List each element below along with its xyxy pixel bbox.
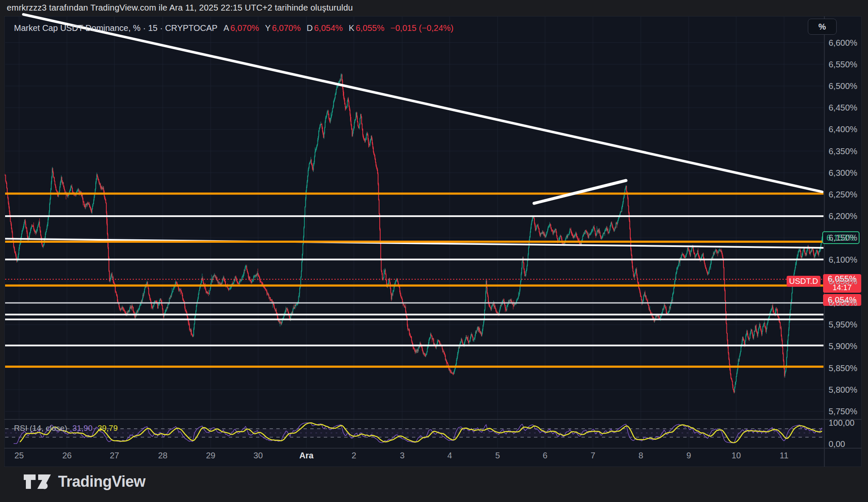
symbol-price-badge: USDT.D bbox=[787, 276, 821, 287]
price-axis-label: 5,950% bbox=[829, 319, 857, 330]
price-axis-label: 6,350% bbox=[829, 146, 857, 156]
rsi-value: 31,90 bbox=[72, 424, 93, 433]
price-axis-label: 6,450% bbox=[829, 103, 857, 113]
time-axis-label: 9 bbox=[686, 450, 691, 460]
time-axis-label: 5 bbox=[495, 450, 500, 460]
time-axis-label: 2 bbox=[351, 450, 356, 460]
time-axis-label: 8 bbox=[638, 450, 643, 460]
time-axis-label: 10 bbox=[732, 450, 741, 460]
price-axis-label: 6,300% bbox=[829, 168, 857, 178]
time-axis-label: 25 bbox=[14, 450, 24, 460]
ohlc-high: Y6,070% bbox=[265, 23, 300, 33]
price-axis-label: 5,850% bbox=[829, 363, 857, 373]
time-axis-label: 6 bbox=[542, 450, 547, 460]
rsi-ma-value: 39,79 bbox=[97, 424, 118, 433]
ohlc-low: D6,054% bbox=[307, 23, 343, 33]
rsi-legend[interactable]: RSI (14, close) 31,90 39,79 bbox=[14, 424, 118, 433]
time-axis-label: 30 bbox=[253, 450, 263, 460]
time-axis-label: 28 bbox=[158, 450, 167, 460]
price-axis-label: 6,050% bbox=[829, 276, 857, 286]
price-axis-label: 5,900% bbox=[829, 341, 857, 351]
price-axis-label: 6,550% bbox=[829, 59, 857, 69]
time-axis-label: Ara bbox=[299, 450, 313, 460]
symbol-legend[interactable]: Market Cap USDT Dominance, % · 15 · CRYP… bbox=[14, 23, 453, 33]
ohlc-close: K6,055% bbox=[349, 23, 384, 33]
time-axis-label: 29 bbox=[206, 450, 215, 460]
time-axis-label: 11 bbox=[780, 450, 789, 460]
price-axis-label: 6,400% bbox=[829, 124, 857, 134]
time-axis-label: 3 bbox=[400, 450, 404, 460]
footer-brand: TradingView bbox=[23, 473, 145, 491]
chart-widget bbox=[4, 16, 862, 467]
price-axis-label: 6,600% bbox=[829, 38, 857, 48]
time-axis-label: 27 bbox=[110, 450, 119, 460]
rsi-axis-label: 0,00 bbox=[829, 439, 845, 449]
time-axis[interactable] bbox=[4, 448, 824, 467]
price-axis-label: 6,150% bbox=[829, 233, 857, 243]
tradingview-screenshot: emrkrzzz3 tarafından TradingView.com ile… bbox=[0, 0, 868, 502]
rsi-axis-label: 100,00 bbox=[829, 418, 854, 428]
change-value: −0,015 (−0,24%) bbox=[390, 23, 453, 33]
price-axis-label: 6,100% bbox=[829, 255, 857, 265]
price-axis-label: 5,800% bbox=[829, 385, 857, 395]
rsi-title: RSI (14, close) bbox=[14, 424, 67, 433]
time-axis-label: 26 bbox=[62, 450, 72, 460]
price-axis-label: 6,500% bbox=[829, 81, 857, 91]
time-axis-label: 7 bbox=[590, 450, 595, 460]
price-axis-label: 6,250% bbox=[829, 189, 857, 200]
symbol-title: Market Cap USDT Dominance, % · 15 · CRYP… bbox=[14, 23, 217, 33]
time-axis-label: 4 bbox=[447, 450, 452, 460]
attribution-text: emrkrzzz3 tarafından TradingView.com ile… bbox=[7, 3, 353, 13]
price-axis-label: 6,000% bbox=[829, 298, 857, 308]
price-axis-label: 5,750% bbox=[829, 406, 857, 416]
tradingview-logo-icon bbox=[23, 473, 53, 491]
brand-name: TradingView bbox=[58, 473, 145, 491]
ohlc-open: A6,070% bbox=[223, 23, 259, 33]
price-axis-label: 6,200% bbox=[829, 211, 857, 221]
